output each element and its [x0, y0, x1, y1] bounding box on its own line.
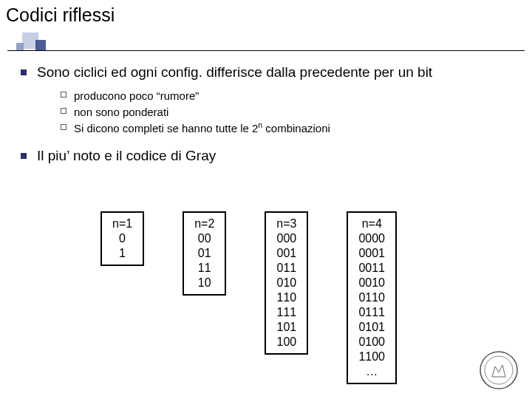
hollow-square-icon [61, 108, 66, 114]
hollow-square-icon [61, 92, 66, 98]
code-box-n3: n=3 000 001 011 010 110 111 101 100 [265, 211, 308, 355]
hollow-square-icon [61, 124, 66, 130]
slide-title: Codici riflessi [6, 4, 115, 26]
code-box-n4: n=4 0000 0001 0011 0010 0110 0111 0101 0… [347, 211, 397, 384]
bullet-item: Il piu’ noto e il codice di Gray [21, 147, 516, 165]
sub-bullet-text: non sono ponderati [74, 105, 168, 120]
decorative-squares [10, 33, 52, 55]
bullet-text: Sono ciclici ed ogni config. differisce … [37, 64, 432, 81]
svg-point-1 [485, 356, 513, 384]
code-box-n1: n=1 0 1 [100, 211, 144, 266]
square-bullet-icon [21, 153, 27, 159]
slide-body: Sono ciclici ed ogni config. differisce … [21, 64, 516, 166]
sub-bullet-text: producono poco “rumore” [74, 89, 199, 103]
sub-bullet-item: non sono ponderati [61, 105, 516, 120]
sub-bullet-list: producono poco “rumore” non sono pondera… [61, 89, 516, 137]
code-box-n2: n=2 00 01 11 10 [183, 211, 226, 296]
bullet-text: Il piu’ noto e il codice di Gray [37, 147, 216, 165]
bullet-item: Sono ciclici ed ogni config. differisce … [21, 64, 516, 81]
sub-bullet-item: producono poco “rumore” [61, 89, 516, 103]
code-box-values: 000 001 011 010 110 111 101 100 [276, 231, 296, 349]
code-box-values: 0 1 [112, 231, 132, 261]
seal-icon [479, 350, 519, 390]
code-box-header: n=3 [276, 216, 296, 231]
horizontal-rule [7, 50, 525, 51]
code-box-values: 0000 0001 0011 0010 0110 0111 0101 0100 … [358, 231, 385, 379]
square-bullet-icon [21, 69, 27, 75]
sub-bullet-item: Si dicono completi se hanno tutte le 2n … [61, 121, 516, 136]
code-box-header: n=4 [358, 216, 385, 231]
gray-code-boxes: n=1 0 1 n=2 00 01 11 10 n=3 000 001 011 … [100, 211, 397, 384]
code-box-values: 00 01 11 10 [194, 231, 214, 290]
code-box-header: n=2 [194, 216, 214, 231]
sub-bullet-text: Si dicono completi se hanno tutte le 2n … [74, 121, 330, 136]
svg-point-0 [480, 352, 517, 389]
code-box-header: n=1 [112, 216, 132, 231]
